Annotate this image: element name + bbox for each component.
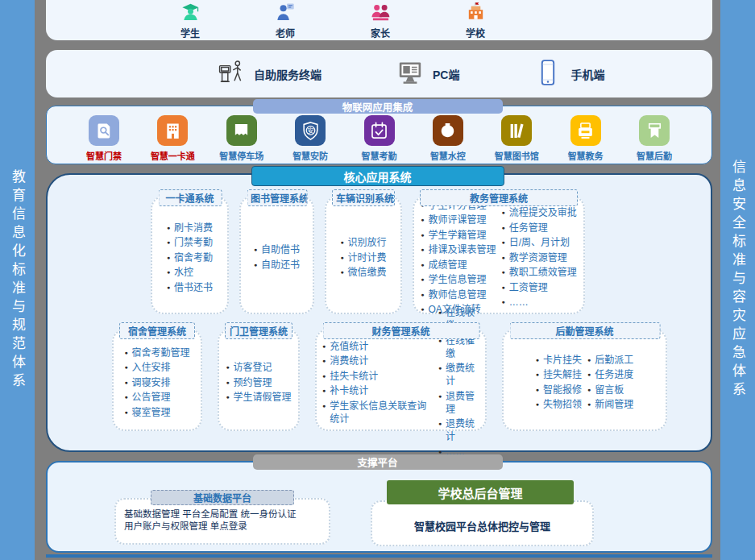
- academic-icon: [570, 115, 601, 146]
- system-card-body: ●识别放行●计时计费●微信缴费: [326, 197, 400, 313]
- iot-label: 智慧门禁: [86, 149, 122, 162]
- user-label: 家长: [371, 26, 390, 39]
- feature-item: ●计时计费: [340, 251, 386, 264]
- bullet-icon: ●: [322, 400, 326, 413]
- feature-item: ●任务进度: [587, 368, 633, 381]
- bullet-icon: ●: [322, 384, 326, 397]
- users-band: 学生老师家长学校: [46, 0, 712, 40]
- logistics-icon: [639, 115, 670, 146]
- system-card: 门卫管理系统●访客登记●预约管理●学生请假管理: [218, 329, 300, 431]
- system-card-body: ●卡片挂失●挂失解挂●智能报修●失物招领●后勤派工●任务进度●留言板●新闻管理: [504, 330, 666, 429]
- feature-item: ●教学资源管理: [502, 251, 577, 264]
- user-item: 家长: [357, 1, 404, 39]
- system-card: 车辆识别系统●识别放行●计时计费●微信缴费: [325, 196, 402, 314]
- left-standards-pillar: 教育信息化标准与规范体系: [0, 0, 35, 560]
- bullet-icon: ●: [502, 236, 505, 249]
- system-card: 图书管理系统●自助借书●自助还书: [239, 196, 314, 314]
- iot-section-header: 物联网应用集成: [253, 99, 503, 114]
- kiosk-icon: [217, 58, 246, 90]
- school-icon: [465, 1, 487, 26]
- smart-campus-architecture-diagram: 教育信息化标准与规范体系 信息安全标准与容灾应急体系 学生老师家长学校 自助服务…: [0, 0, 755, 560]
- feature-column: ●后勤派工●任务进度●留言板●新闻管理: [587, 354, 633, 412]
- iot-label: 智慧后勤: [637, 149, 672, 162]
- system-card: 财务管理系统●充值统计●消费统计●挂失卡统计●补卡统计●学生家长信息关联查询统计…: [315, 329, 487, 431]
- bullet-icon: ●: [502, 296, 505, 309]
- bullet-icon: ●: [340, 251, 343, 264]
- right-pillar-label: 信息安全标准与容灾应急体系: [728, 160, 748, 400]
- bullet-icon: ●: [226, 391, 229, 404]
- bullet-icon: ●: [226, 376, 229, 389]
- feature-item: ●排课及课表管理: [421, 243, 496, 256]
- feature-item: ●留言板: [587, 384, 633, 396]
- feature-item: ●卡片挂失: [536, 354, 582, 367]
- user-label: 学校: [466, 26, 485, 39]
- bullet-icon: ●: [254, 243, 257, 256]
- feature-item: ●退费管理: [438, 390, 479, 416]
- system-card-body: ●访客登记●预约管理●学生请假管理: [219, 330, 298, 429]
- feature-item: ●新闻管理: [587, 398, 633, 411]
- bullet-icon: ●: [438, 390, 442, 403]
- water-control-icon: [433, 115, 463, 146]
- left-pillar-label: 教育信息化标准与规范体系: [7, 169, 27, 392]
- bullet-icon: ●: [421, 259, 424, 272]
- system-card-title: 宿舍管理系统: [119, 322, 195, 339]
- system-card: 后勤管理系统●卡片挂失●挂失解挂●智能报修●失物招领●后勤派工●任务进度●留言板…: [502, 329, 667, 431]
- core-row-2: 宿舍管理系统●宿舍考勤管理●入住安排●调寝安排●公告管理●寝室管理门卫管理系统●…: [112, 329, 667, 431]
- feature-item: ●教职工绩效管理: [502, 266, 577, 279]
- bullet-icon: ●: [438, 362, 442, 375]
- feature-item: ●访客登记: [226, 361, 291, 374]
- user-label: 学生: [180, 26, 200, 39]
- feature-item: ●调寝安排: [124, 376, 189, 389]
- system-card-title: 教务管理系统: [420, 189, 578, 206]
- system-card: 宿舍管理系统●宿舍考勤管理●入住安排●调寝安排●公告管理●寝室管理: [112, 329, 202, 431]
- feature-item: ●挂失卡统计: [322, 370, 433, 383]
- school-admin-platform-title: 学校总后台管理: [387, 480, 574, 504]
- feature-item: ●刷卡消费: [167, 222, 213, 234]
- feature-column: ●学生评分管理●教师评课管理●学生学籍管理●排课及课表管理●成绩管理●学生信息管…: [421, 199, 496, 317]
- feature-item: ●教师信息管理: [421, 288, 496, 301]
- bullet-icon: ●: [536, 384, 539, 396]
- base-platform-line2: 用户账户与权限管理 单点登录: [124, 521, 324, 533]
- iot-item: 安智慧安防: [280, 115, 340, 162]
- core-section-header: 核心应用系统: [251, 166, 504, 186]
- bullet-icon: ●: [124, 361, 127, 374]
- iot-band: 智慧门禁智慧一卡通智慧停车场安智慧安防智慧考勤智慧水控智慧图书馆智慧教务智慧后勤: [46, 106, 712, 164]
- feature-item: ●学生家长信息关联查询统计: [322, 400, 433, 425]
- feature-item: ●学生信息管理: [421, 273, 496, 286]
- feature-column: ●卡片挂失●挂失解挂●智能报修●失物招领: [536, 354, 582, 412]
- feature-item: ●宿舍考勤: [167, 251, 213, 264]
- feature-item: ●工资管理: [502, 281, 577, 294]
- parents-icon: [370, 1, 392, 26]
- terminal-label: PC端: [433, 66, 459, 82]
- desktop-icon: [396, 58, 425, 90]
- bottom-accent-line: [46, 554, 712, 558]
- feature-item: ●任务管理: [502, 222, 577, 234]
- user-item: 老师: [262, 1, 309, 39]
- system-card-title: 图书管理系统: [247, 189, 307, 206]
- support-band: 基础数据平台 基础数据管理 平台全局配置 统一身份认证 用户账户与权限管理 单点…: [46, 461, 712, 553]
- access-control-icon: [89, 115, 119, 146]
- iot-item: 智慧停车场: [212, 115, 272, 162]
- bullet-icon: ●: [438, 306, 442, 319]
- library-icon: [501, 115, 532, 146]
- student-icon: [180, 1, 201, 26]
- feature-item: ●学生请假管理: [226, 391, 291, 404]
- school-admin-platform-body: 智慧校园平台总体把控与管理: [414, 518, 550, 533]
- bullet-icon: ●: [502, 281, 505, 294]
- user-item: 学生: [167, 1, 214, 39]
- bullet-icon: ●: [536, 368, 539, 381]
- terminal-item: 自助服务终端: [217, 58, 321, 90]
- terminal-label: 自助服务终端: [254, 66, 321, 82]
- feature-column: ●宿舍考勤管理●入住安排●调寝安排●公告管理●寝室管理: [124, 346, 189, 419]
- bullet-icon: ●: [226, 361, 229, 374]
- core-band: 一卡通系统●刷卡消费●门禁考勤●宿舍考勤●水控●借书还书图书管理系统●自助借书●…: [46, 173, 712, 452]
- bullet-icon: ●: [124, 391, 127, 404]
- feature-item: ●退费统计: [438, 417, 479, 443]
- feature-item: ●公告管理: [124, 391, 189, 404]
- iot-label: 智慧停车场: [219, 149, 263, 162]
- feature-item: ●学生学籍管理: [421, 229, 496, 242]
- attendance-icon: [364, 115, 395, 146]
- feature-column: ●自助借书●自助还书: [254, 243, 300, 272]
- terminal-item: PC端: [396, 58, 459, 90]
- bullet-icon: ●: [421, 273, 424, 286]
